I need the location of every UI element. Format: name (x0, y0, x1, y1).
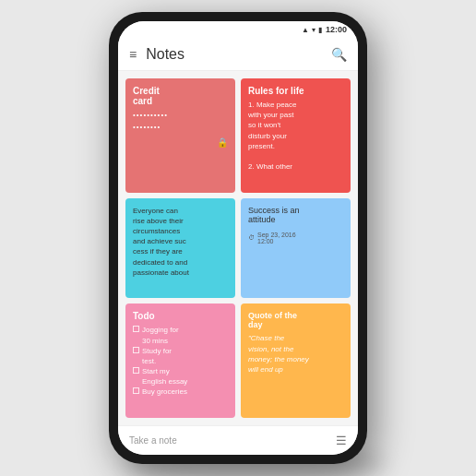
note-todo[interactable]: Todo Jogging for30 mins Study fortest. S… (125, 303, 235, 418)
checkbox-1 (133, 326, 139, 332)
todo-item-1: Jogging for30 mins (133, 325, 228, 345)
notes-grid: Creditcard •••••••••• •••••••• 🔒 Rules f… (118, 71, 358, 425)
phone-screen: ▲ ▾ ▮ 12:00 ≡ Notes 🔍 Creditcard •••••••… (118, 21, 358, 455)
note-quote-of-day[interactable]: Quote of theday "Chase thevision, not th… (241, 303, 351, 418)
todo-item-4: Buy groceries (133, 387, 228, 397)
note-rules-title: Rules for life (248, 86, 343, 96)
checkbox-4 (133, 387, 139, 394)
wifi-icon: ▾ (312, 26, 315, 34)
menu-icon[interactable]: ≡ (129, 47, 137, 62)
todo-item-3: Start myEnglish essay (133, 366, 228, 387)
note-success[interactable]: Success is anattitude ⏱ Sep 23, 201612:0… (241, 198, 351, 299)
checkbox-2 (133, 347, 139, 353)
note-credit-card[interactable]: Creditcard •••••••••• •••••••• 🔒 (125, 78, 235, 193)
status-time: 12:00 (326, 25, 347, 34)
note-long-quote[interactable]: Everyone canrise above theircircumstance… (125, 198, 235, 299)
search-icon[interactable]: 🔍 (331, 47, 347, 62)
status-bar: ▲ ▾ ▮ 12:00 (118, 21, 358, 38)
note-lock-icon: 🔒 (133, 137, 228, 148)
note-rules-text: 1. Make peacewith your pastso it won'tdi… (248, 100, 343, 172)
signal-icon: ▲ (302, 26, 309, 34)
note-credit-card-title: Creditcard (133, 86, 228, 106)
checkbox-3 (133, 367, 139, 374)
note-qotd-title: Quote of theday (248, 311, 343, 329)
battery-icon: ▮ (318, 26, 322, 34)
note-success-date: ⏱ Sep 23, 201612:00 (248, 232, 343, 244)
app-bar: ≡ Notes 🔍 (118, 38, 358, 71)
todo-item-2: Study fortest. (133, 346, 228, 366)
note-todo-title: Todo (133, 311, 228, 321)
note-long-quote-text: Everyone canrise above theircircumstance… (133, 206, 228, 278)
app-title: Notes (146, 46, 331, 63)
bottom-bar: Take a note ☰ (118, 425, 358, 455)
note-credit-card-dots: •••••••••• •••••••• (133, 110, 228, 134)
note-rules-for-life[interactable]: Rules for life 1. Make peacewith your pa… (241, 78, 351, 193)
status-icons: ▲ ▾ ▮ (302, 26, 322, 34)
list-view-icon[interactable]: ☰ (336, 434, 347, 447)
note-qotd-text: "Chase thevision, not themoney; the mone… (248, 333, 343, 375)
clock-icon: ⏱ (248, 234, 255, 241)
note-success-text: Success is anattitude (248, 206, 343, 224)
phone-device: ▲ ▾ ▮ 12:00 ≡ Notes 🔍 Creditcard •••••••… (109, 12, 367, 464)
take-note-placeholder[interactable]: Take a note (129, 435, 336, 446)
